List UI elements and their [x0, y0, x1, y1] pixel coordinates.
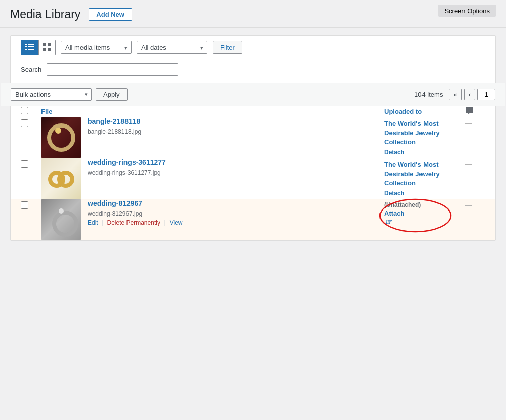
- svg-rect-9: [48, 48, 51, 51]
- table-row: bangle-2188118 bangle-2188118.jpg The Wo…: [11, 117, 495, 158]
- svg-rect-8: [43, 48, 46, 51]
- table-row: wedding-812967 wedding-812967.jpg Edit |…: [11, 199, 495, 240]
- page-title: Media Library: [10, 7, 80, 22]
- svg-rect-2: [25, 46, 27, 47]
- svg-rect-4: [25, 49, 27, 50]
- bulk-actions-bar: Bulk actions Delete Permanently Apply 10…: [1, 83, 505, 106]
- thumb-wedding-image: [41, 199, 81, 240]
- thumbnail: [41, 158, 81, 199]
- comment-dash: —: [465, 201, 472, 209]
- table-header: File Uploaded to: [11, 106, 495, 117]
- dates-filter[interactable]: All dates January 2024 December 2023: [137, 41, 207, 54]
- filename-link[interactable]: wedding-812967: [88, 199, 384, 207]
- attach-link[interactable]: Attach: [384, 209, 421, 217]
- uploaded-to-cell: The World's Most Desirable Jewelry Colle…: [384, 117, 465, 156]
- grid-view-icon: [43, 43, 51, 51]
- dates-filter-wrap: All dates January 2024 December 2023: [137, 41, 207, 54]
- filename-link[interactable]: wedding-rings-3611277: [88, 158, 384, 166]
- bulk-select-wrap: Bulk actions Delete Permanently: [11, 88, 92, 101]
- unattached-label: (Unattached): [384, 201, 421, 208]
- filepath: wedding-812967.jpg: [88, 210, 142, 217]
- items-count: 104 items: [414, 91, 443, 98]
- svg-rect-0: [25, 44, 27, 45]
- uploaded-to-cell: (Unattached) Attach ☞: [384, 199, 465, 227]
- detach-link[interactable]: Detach: [384, 149, 465, 156]
- first-page-button[interactable]: «: [449, 89, 461, 100]
- col-uploaded-header: Uploaded to: [384, 108, 422, 115]
- page-number-input[interactable]: [477, 89, 495, 100]
- thumbnail: [41, 199, 81, 240]
- grid-view-button[interactable]: [38, 40, 56, 55]
- svg-rect-7: [48, 43, 51, 46]
- filename-link[interactable]: bangle-2188118: [88, 117, 384, 125]
- detach-link[interactable]: Detach: [384, 190, 465, 197]
- svg-rect-1: [28, 44, 34, 45]
- uploaded-to-link[interactable]: The World's Most Desirable Jewelry Colle…: [384, 161, 440, 187]
- comment-icon: [465, 106, 474, 115]
- row-actions: Edit | Delete Permanently | View: [88, 219, 384, 226]
- thumbnail: [41, 117, 81, 158]
- list-view-button[interactable]: [21, 40, 39, 55]
- table-row: wedding-rings-3611277 wedding-rings-3611…: [11, 158, 495, 199]
- thumb-rings-image: [41, 158, 81, 199]
- cursor-pointer-icon: ☞: [385, 217, 392, 227]
- comment-dash: —: [465, 160, 472, 168]
- add-new-button[interactable]: Add New: [89, 8, 132, 21]
- filepath: bangle-2188118.jpg: [88, 128, 141, 135]
- filepath: wedding-rings-3611277.jpg: [88, 169, 161, 176]
- search-label: Search: [21, 66, 41, 73]
- view-link[interactable]: View: [170, 219, 183, 226]
- row-checkbox[interactable]: [21, 119, 28, 127]
- col-comment-header: [465, 109, 474, 117]
- svg-rect-5: [28, 49, 34, 50]
- view-toggle: [21, 40, 56, 55]
- comment-dash: —: [465, 119, 472, 127]
- bulk-actions-select[interactable]: Bulk actions Delete Permanently: [11, 88, 92, 101]
- uploaded-to-link[interactable]: The World's Most Desirable Jewelry Colle…: [384, 120, 440, 146]
- row-checkbox[interactable]: [21, 160, 28, 168]
- row-checkbox[interactable]: [21, 201, 28, 209]
- svg-rect-3: [28, 46, 34, 47]
- filter-button[interactable]: Filter: [213, 41, 242, 54]
- edit-link[interactable]: Edit: [88, 219, 98, 226]
- prev-page-button[interactable]: ‹: [464, 89, 475, 100]
- svg-rect-6: [43, 43, 46, 46]
- uploaded-to-cell: The World's Most Desirable Jewelry Colle…: [384, 158, 465, 197]
- thumb-bangle-image: [41, 117, 81, 158]
- apply-button[interactable]: Apply: [96, 88, 128, 101]
- screen-options-button[interactable]: Screen Options: [438, 5, 496, 17]
- media-type-filter-wrap: All media items Images Audio Video: [61, 41, 132, 54]
- media-type-filter[interactable]: All media items Images Audio Video: [61, 41, 132, 54]
- col-file-header: File: [41, 108, 52, 115]
- list-view-icon: [25, 44, 34, 51]
- search-input[interactable]: [47, 63, 178, 76]
- select-all-checkbox[interactable]: [21, 107, 28, 114]
- delete-link[interactable]: Delete Permanently: [107, 219, 160, 226]
